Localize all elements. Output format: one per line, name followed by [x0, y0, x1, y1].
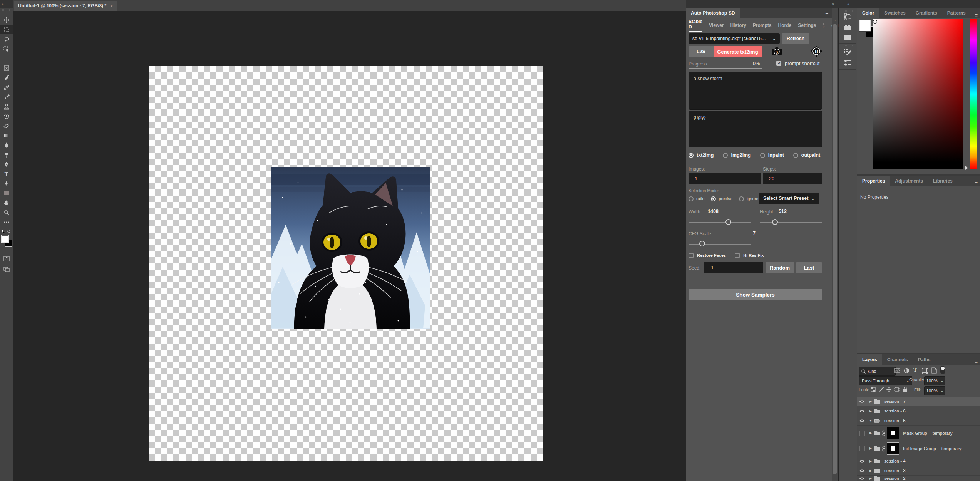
- quick-mask-icon[interactable]: [0, 254, 13, 263]
- layer-name[interactable]: session - 4: [884, 459, 906, 463]
- model-select[interactable]: sd-v1-5-inpainting.ckpt [c6bbc15... ⌄: [689, 33, 780, 44]
- fg-color-swatch[interactable]: [859, 20, 871, 31]
- brush-settings-panel-icon[interactable]: [843, 48, 852, 56]
- prompt-textarea[interactable]: a snow storm: [689, 72, 822, 110]
- toolbar-grip[interactable]: [2, 9, 10, 11]
- random-seed-button[interactable]: Random: [766, 262, 794, 273]
- visibility-toggle[interactable]: [857, 426, 867, 441]
- opacity-input[interactable]: 100%: [924, 376, 940, 385]
- tab-adjustments[interactable]: Adjustments: [890, 176, 928, 186]
- hue-slider-arrow-icon[interactable]: [965, 166, 968, 170]
- brush-tool-icon[interactable]: [0, 92, 13, 102]
- generated-cat-image[interactable]: [271, 167, 430, 329]
- tab-libraries[interactable]: Libraries: [928, 176, 958, 186]
- mask-link-icon[interactable]: [882, 446, 885, 452]
- foreground-color-swatch[interactable]: [1, 235, 9, 243]
- filter-shape-layers-icon[interactable]: [922, 368, 928, 374]
- tab-viewer[interactable]: Viewer: [709, 23, 724, 28]
- visibility-toggle[interactable]: [857, 476, 867, 481]
- layer-row[interactable]: ▶ session - 7: [857, 397, 980, 406]
- filter-adjustment-layers-icon[interactable]: [904, 368, 910, 374]
- layer-row[interactable]: ▶ session - 2: [857, 476, 980, 481]
- expand-chevron-icon[interactable]: ▶: [867, 469, 874, 473]
- expand-chevron-icon[interactable]: ▶: [867, 477, 874, 480]
- layer-row[interactable]: ▼ session - 5: [857, 416, 980, 426]
- zoom-tool-icon[interactable]: [0, 208, 13, 217]
- edit-toolbar-icon[interactable]: [0, 218, 13, 227]
- plugin-collapse-icon[interactable]: »: [832, 2, 834, 6]
- cfg-slider[interactable]: [689, 244, 751, 245]
- visibility-toggle[interactable]: [857, 416, 867, 425]
- filter-toggle[interactable]: [940, 366, 945, 374]
- inpaint-radio[interactable]: [760, 153, 765, 158]
- outpaint-radio[interactable]: [793, 153, 798, 158]
- hue-slider[interactable]: [970, 19, 977, 169]
- expand-chevron-icon[interactable]: ▶: [867, 409, 874, 413]
- layer-name[interactable]: Mask Group -- temporary: [903, 431, 952, 436]
- tab-history[interactable]: History: [730, 23, 746, 28]
- tab-gradients[interactable]: Gradients: [911, 8, 942, 18]
- layer-mask-thumbnail[interactable]: [887, 442, 899, 455]
- show-samplers-button[interactable]: Show Samplers: [689, 289, 822, 300]
- tab-paths[interactable]: Paths: [913, 354, 936, 365]
- tab-prompts[interactable]: Prompts: [753, 23, 772, 28]
- document-tab[interactable]: Untitled-1 @ 100% (session - 7, RGB/8) *…: [14, 1, 117, 11]
- visibility-toggle[interactable]: [857, 466, 867, 475]
- lock-artboard-icon[interactable]: [894, 387, 900, 392]
- move-tool-icon[interactable]: [0, 15, 13, 25]
- history-brush-tool-icon[interactable]: [0, 112, 13, 121]
- dodge-tool-icon[interactable]: [0, 150, 13, 159]
- layer-row[interactable]: ▶ Mask Group -- temporary: [857, 426, 980, 441]
- layer-filter-kind-select[interactable]: Kind ⌄: [859, 367, 896, 376]
- libraries-panel-icon[interactable]: [843, 23, 852, 32]
- tab-channels[interactable]: Channels: [882, 354, 913, 365]
- plugin-scrollbar-thumb[interactable]: [833, 24, 837, 474]
- img2img-radio[interactable]: [723, 153, 728, 158]
- blend-mode-select[interactable]: Pass Through ⌄: [859, 376, 912, 385]
- frame-tool-icon[interactable]: [0, 64, 13, 73]
- filter-pixel-layers-icon[interactable]: [894, 368, 900, 373]
- tab-swatches[interactable]: Swatches: [879, 8, 910, 18]
- txt2img-radio[interactable]: [689, 153, 694, 158]
- color-field-cursor[interactable]: [873, 20, 877, 24]
- precise-radio[interactable]: [711, 196, 716, 201]
- generate-button[interactable]: Generate txt2img: [714, 46, 762, 57]
- lock-all-icon[interactable]: [903, 387, 908, 392]
- images-input[interactable]: 1: [689, 173, 761, 184]
- tab-layers[interactable]: Layers: [857, 354, 882, 365]
- lock-paint-icon[interactable]: [879, 387, 884, 392]
- steps-input[interactable]: 20: [763, 173, 822, 184]
- swap-colors-icon[interactable]: [7, 230, 11, 233]
- layer-name[interactable]: session - 7: [884, 399, 906, 404]
- layer-row[interactable]: ▶ session - 4: [857, 456, 980, 466]
- rectangle-tool-icon[interactable]: [0, 189, 13, 198]
- restore-faces-checkbox[interactable]: [689, 253, 694, 258]
- mask-link-icon[interactable]: [882, 430, 885, 436]
- layer-row[interactable]: ▶ session - 3: [857, 466, 980, 476]
- healing-brush-tool-icon[interactable]: [0, 83, 13, 92]
- fill-input[interactable]: 100%: [924, 386, 940, 395]
- brushes-panel-icon[interactable]: [843, 59, 852, 67]
- rectangular-marquee-tool-icon[interactable]: [0, 25, 13, 34]
- comments-panel-icon[interactable]: [843, 34, 852, 42]
- toolbar-collapse-icon[interactable]: »: [0, 0, 13, 8]
- hand-tool-icon[interactable]: [0, 198, 13, 208]
- settings-r-icon[interactable]: R: [811, 46, 822, 57]
- visibility-toggle[interactable]: [857, 456, 867, 466]
- ratio-radio[interactable]: [689, 196, 694, 201]
- tab-color[interactable]: Color: [857, 8, 879, 18]
- expand-chevron-icon[interactable]: ▶: [867, 447, 874, 450]
- path-selection-tool-icon[interactable]: [0, 179, 13, 188]
- history-panel-icon[interactable]: [843, 12, 852, 21]
- eraser-tool-icon[interactable]: [0, 121, 13, 131]
- scroll-up-icon[interactable]: ⌃: [833, 19, 836, 23]
- layer-row[interactable]: ▶ session - 6: [857, 406, 980, 416]
- layer-name[interactable]: session - 6: [884, 409, 906, 413]
- plugin-panel-tab[interactable]: Auto-Photoshop-SD: [686, 8, 740, 18]
- plugin-menu-icon[interactable]: ≡: [825, 10, 828, 16]
- fill-dropdown-button[interactable]: ⌄: [939, 386, 945, 395]
- color-saturation-field[interactable]: [873, 19, 963, 169]
- filter-smart-objects-icon[interactable]: [931, 367, 937, 374]
- default-colors-icon[interactable]: [2, 230, 5, 233]
- screen-mode-icon[interactable]: [0, 265, 13, 274]
